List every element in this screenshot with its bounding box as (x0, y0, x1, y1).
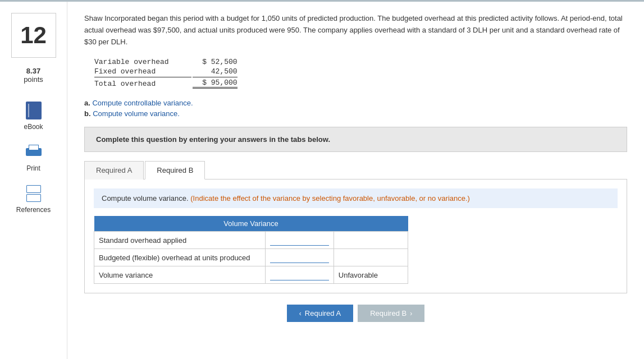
main-content: Shaw Incorporated began this period with… (67, 2, 644, 359)
page-wrapper: 12 8.37 points eBook Print (0, 2, 644, 359)
overhead-variable-row: Variable overhead $ 52,500 (94, 58, 237, 66)
ebook-label: eBook (24, 123, 43, 131)
chevron-right-icon: › (410, 310, 412, 317)
question-b-text: b. Compute volume variance. (84, 109, 627, 118)
sidebar: 12 8.37 points eBook Print (0, 2, 67, 359)
btn-required-a-label: Required A (305, 309, 341, 317)
sidebar-references[interactable]: References (16, 183, 51, 214)
print-icon (26, 145, 42, 159)
print-icon-box (24, 142, 44, 162)
ref-icon-page-2 (26, 194, 41, 202)
points-text: points (24, 75, 43, 84)
volume-variance-label-text: Volume variance (99, 271, 153, 279)
overhead-total-label: Total overhead (94, 77, 191, 89)
volume-variance-result-text: Unfavorable (339, 271, 378, 279)
overhead-table: Variable overhead $ 52,500 Fixed overhea… (93, 57, 239, 90)
volume-variance-header: Volume Variance (94, 216, 408, 232)
tab-content-area: Compute volume variance. (Indicate the e… (84, 179, 627, 293)
volume-variance-header-row: Volume Variance (94, 216, 408, 232)
overhead-total-row: Total overhead $ 95,000 (94, 77, 237, 89)
btn-required-a[interactable]: ‹ Required A (287, 305, 353, 322)
points-value: 8.37 (24, 67, 43, 75)
chevron-left-icon: ‹ (299, 310, 302, 317)
sidebar-ebook[interactable]: eBook (24, 100, 44, 131)
references-icon (26, 185, 41, 202)
tab-required-b[interactable]: Required B (145, 161, 205, 180)
budgeted-overhead-input-cell (265, 249, 334, 266)
overhead-variable-value: $ 52,500 (193, 58, 237, 66)
overhead-fixed-label: Fixed overhead (94, 67, 191, 76)
tab-required-a-label: Required A (96, 166, 132, 174)
volume-variance-result: Unfavorable (334, 266, 408, 284)
table-row-volume: Volume variance Unfavorable (94, 266, 408, 284)
volume-variance-label: Volume variance (94, 266, 266, 284)
overhead-fixed-value: 42,500 (193, 67, 237, 76)
instructions-text: Complete this question by entering your … (96, 135, 330, 144)
btn-required-b-label: Required B (370, 309, 407, 317)
btn-required-b[interactable]: Required B › (358, 305, 424, 322)
table-row-budgeted: Budgeted (flexible) overhead at units pr… (94, 249, 408, 266)
question-b-link[interactable]: Compute volume variance. (93, 109, 180, 118)
variance-instruction-emphasis: (Indicate the effect of the variance by … (190, 194, 470, 202)
sidebar-print[interactable]: Print (24, 142, 44, 172)
question-number-box: 12 (11, 13, 56, 58)
questions-text: a. Compute controllable variance. b. Com… (84, 99, 627, 118)
tab-required-a[interactable]: Required A (84, 161, 144, 180)
references-label: References (16, 206, 51, 214)
ebook-icon-box (24, 100, 44, 121)
volume-variance-input[interactable] (270, 269, 329, 280)
points-label: 8.37 points (24, 67, 43, 84)
budgeted-overhead-label: Budgeted (flexible) overhead at units pr… (94, 249, 266, 266)
ref-icon-page-1 (26, 185, 41, 193)
instructions-box: Complete this question by entering your … (84, 127, 627, 152)
standard-overhead-label: Standard overhead applied (94, 232, 266, 249)
overhead-variable-label: Variable overhead (94, 58, 191, 66)
budgeted-overhead-result (334, 249, 408, 266)
ebook-icon (26, 102, 42, 119)
nav-buttons: ‹ Required A Required B › (84, 305, 627, 322)
budgeted-overhead-label-text: Budgeted (flexible) overhead at units pr… (99, 254, 250, 262)
standard-overhead-result (334, 232, 408, 249)
volume-variance-table: Volume Variance Standard overhead applie… (94, 216, 408, 284)
volume-variance-input-cell (265, 266, 334, 284)
standard-overhead-label-text: Standard overhead applied (99, 236, 186, 245)
problem-text: Shaw Incorporated began this period with… (84, 13, 627, 48)
table-row-standard: Standard overhead applied (94, 232, 408, 249)
budgeted-overhead-input[interactable] (270, 252, 329, 263)
question-a-text: a. Compute controllable variance. (84, 99, 627, 107)
tabs-container: Required A Required B (84, 161, 627, 180)
variance-instruction: Compute volume variance. (Indicate the e… (94, 188, 618, 208)
question-a-link[interactable]: Compute controllable variance. (92, 99, 193, 107)
variance-instruction-text: Compute volume variance. (102, 194, 189, 202)
overhead-total-value: $ 95,000 (193, 77, 237, 89)
references-icon-box (24, 183, 44, 204)
standard-overhead-input[interactable] (270, 234, 329, 246)
overhead-fixed-row: Fixed overhead 42,500 (94, 67, 237, 76)
standard-overhead-input-cell (265, 232, 334, 249)
question-number: 12 (20, 22, 47, 49)
tab-required-b-label: Required B (157, 166, 193, 174)
print-label: Print (26, 164, 40, 172)
